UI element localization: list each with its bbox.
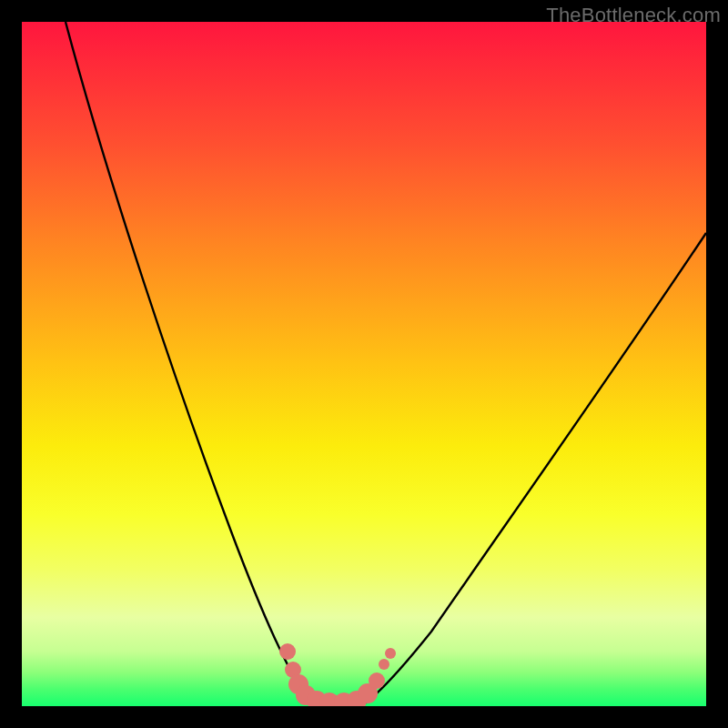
marker-point xyxy=(369,672,385,689)
marker-point xyxy=(379,659,389,670)
curve-left xyxy=(66,22,311,706)
marker-point xyxy=(279,643,296,660)
watermark-text: TheBottleneck.com xyxy=(546,4,721,27)
plot-area xyxy=(22,22,706,706)
chart-frame: TheBottleneck.com xyxy=(0,0,728,728)
curve-canvas xyxy=(22,22,706,706)
pink-marker-group xyxy=(279,643,396,706)
curve-right xyxy=(360,233,706,706)
marker-point xyxy=(385,648,396,659)
